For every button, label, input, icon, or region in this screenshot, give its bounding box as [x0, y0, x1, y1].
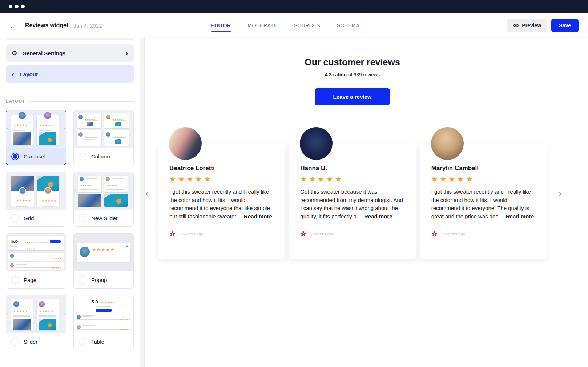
- eye-icon: [513, 23, 519, 28]
- review-timestamp: 2 weeks ago: [311, 232, 334, 236]
- layout-option-label: Carousel: [24, 153, 45, 160]
- layout-option-label: Column: [91, 153, 110, 160]
- reviewer-name: Marylin Cambell: [431, 165, 535, 172]
- header-tabs: EDITOR MODERATE SOURCES SCHEMA: [211, 13, 359, 38]
- radio-unselected[interactable]: [79, 153, 86, 160]
- popup-thumbnail: [74, 234, 133, 271]
- chevron-right-icon: [131, 188, 133, 192]
- review-text: Got this sweater because it was recommen…: [300, 188, 404, 221]
- reviews-carousel: Beatrice Loretti ★★★★★ I got this sweate…: [158, 144, 547, 259]
- radio-unselected[interactable]: [79, 214, 86, 222]
- layout-option-label: Page: [24, 277, 36, 283]
- close-icon[interactable]: [125, 245, 128, 248]
- read-more-link[interactable]: Read more: [364, 213, 392, 219]
- yelp-icon: [300, 231, 306, 237]
- reviewer-avatar: [431, 127, 464, 160]
- layout-option-carousel[interactable]: Carousel: [6, 110, 66, 165]
- reviewer-name: Hanna B.: [300, 165, 404, 172]
- widget-title: Reviews widget: [25, 22, 68, 29]
- radio-unselected[interactable]: [11, 214, 19, 222]
- review-text: I got this sweater recently and I really…: [169, 188, 273, 221]
- layout-option-popup[interactable]: Popup: [73, 233, 134, 289]
- thumb-score: 5.0: [11, 239, 18, 244]
- window-dot-icon: [21, 5, 25, 8]
- general-settings-label: General Settings: [22, 50, 65, 56]
- yelp-icon: [169, 231, 176, 237]
- general-settings-item[interactable]: General Settings: [6, 44, 134, 62]
- back-arrow-icon[interactable]: [9, 22, 17, 29]
- settings-sidebar: General Settings Layout LAYOUT: [0, 38, 140, 367]
- thumb-score: 5.0: [91, 299, 98, 305]
- radio-unselected[interactable]: [79, 276, 86, 284]
- scrolled-card-edge: [6, 38, 134, 40]
- layout-option-page[interactable]: 5.0: [6, 233, 66, 289]
- chevron-right-icon: [125, 49, 128, 57]
- widget-date: Jan 4, 2022: [73, 23, 102, 29]
- window-titlebar: [0, 0, 588, 13]
- layout-section-header: LAYOUT: [6, 99, 134, 104]
- chevron-right-icon: [64, 311, 65, 316]
- tab-editor[interactable]: EDITOR: [211, 23, 231, 28]
- layout-options-grid: Carousel: [6, 110, 134, 350]
- preview-button-label: Preview: [522, 23, 541, 28]
- layout-option-label: Table: [91, 339, 104, 345]
- page-thumbnail: 5.0: [6, 234, 66, 271]
- layout-option-slider[interactable]: Slider: [6, 295, 66, 350]
- reviews-widget-preview: Our customer reviews 4.3 ratingof 939 re…: [158, 38, 547, 259]
- rating-count: of 939 reviews: [348, 72, 380, 77]
- layout-option-label: Grid: [24, 215, 34, 221]
- window-controls: [9, 5, 25, 8]
- grid-thumbnail: [6, 172, 66, 210]
- layout-option-label: New Slider: [91, 215, 118, 221]
- window-dot-icon: [15, 5, 19, 8]
- chevron-right-icon: [64, 126, 65, 130]
- review-timestamp: 2 weeks ago: [442, 232, 466, 236]
- layout-option-table[interactable]: 5.0: [73, 295, 134, 350]
- radio-unselected[interactable]: [79, 338, 86, 346]
- star-rating: ★★★★★: [300, 176, 404, 183]
- tab-schema[interactable]: SCHEMA: [337, 23, 359, 28]
- header-actions: Preview Save: [507, 19, 579, 32]
- window-dot-icon: [9, 5, 12, 8]
- save-button[interactable]: Save: [551, 19, 579, 32]
- layout-nav-item[interactable]: Layout: [6, 65, 134, 83]
- carousel-next-arrow-icon[interactable]: [558, 188, 562, 199]
- section-divider: [29, 101, 134, 102]
- app-body: General Settings Layout LAYOUT: [0, 38, 588, 367]
- reviewer-name: Beatrice Loretti: [169, 165, 273, 172]
- widget-rating-summary: 4.3 ratingof 939 reviews: [158, 72, 547, 77]
- layout-option-column[interactable]: Column: [73, 110, 134, 165]
- layout-nav-label: Layout: [20, 71, 38, 77]
- widget-heading: Our customer reviews: [158, 57, 547, 68]
- carousel-prev-arrow-icon[interactable]: [145, 188, 149, 199]
- yelp-icon: [431, 231, 438, 237]
- layout-option-grid[interactable]: Grid: [6, 172, 66, 227]
- chevron-left-icon: [74, 188, 76, 192]
- app-header: Reviews widget Jan 4, 2022 EDITOR MODERA…: [0, 13, 588, 38]
- radio-unselected[interactable]: [11, 276, 19, 284]
- reviewer-avatar: [169, 127, 202, 160]
- layout-option-label: Slider: [24, 339, 37, 345]
- review-text: I got this sweater recently and I really…: [431, 188, 535, 221]
- slider-thumbnail: [6, 295, 66, 333]
- new-slider-thumbnail: [74, 172, 133, 210]
- carousel-thumbnail: [6, 110, 66, 148]
- gear-icon: [12, 50, 17, 56]
- layout-option-label: Popup: [91, 277, 107, 283]
- read-more-link[interactable]: Read more: [244, 213, 272, 219]
- leave-review-button[interactable]: Leave a review: [315, 88, 390, 105]
- layout-section-label: LAYOUT: [6, 99, 25, 104]
- chevron-left-icon: [7, 126, 8, 130]
- radio-selected[interactable]: [11, 153, 19, 160]
- review-timestamp: 2 weeks ago: [180, 232, 204, 236]
- review-card: Hanna B. ★★★★★ Got this sweater because …: [289, 144, 416, 259]
- layout-option-new-slider[interactable]: New Slider: [73, 172, 134, 227]
- tab-moderate[interactable]: MODERATE: [247, 23, 277, 28]
- preview-button[interactable]: Preview: [507, 19, 547, 32]
- radio-unselected[interactable]: [11, 338, 19, 346]
- rating-value: 4.3 rating: [325, 72, 347, 77]
- tab-sources[interactable]: SOURCES: [294, 23, 320, 28]
- editor-canvas: Our customer reviews 4.3 ratingof 939 re…: [145, 38, 588, 367]
- read-more-link[interactable]: Read more: [506, 213, 534, 219]
- star-rating: ★★★★★: [431, 176, 535, 183]
